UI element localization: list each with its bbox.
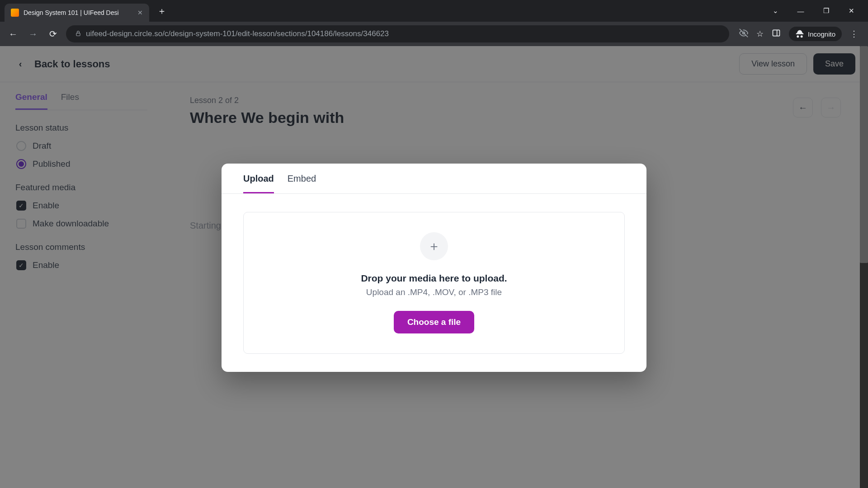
browser-toolbar: ← → ⟳ uifeed-design.circle.so/c/design-s… [0, 22, 868, 46]
favicon-icon [11, 9, 19, 17]
toolbar-right-icons: ☆ Incognito ⋮ [736, 27, 862, 41]
incognito-badge[interactable]: Incognito [789, 27, 842, 41]
modal-tab-embed[interactable]: Embed [288, 174, 316, 193]
address-bar[interactable]: uifeed-design.circle.so/c/design-system-… [66, 25, 729, 42]
back-icon[interactable]: ← [6, 29, 20, 39]
window-controls: ⌄ ― ❐ ✕ [769, 4, 868, 18]
dropzone[interactable]: ＋ Drop your media here to upload. Upload… [243, 212, 625, 354]
close-window-icon[interactable]: ✕ [844, 4, 858, 18]
modal-tab-upload[interactable]: Upload [243, 174, 274, 193]
url-text: uifeed-design.circle.so/c/design-system-… [86, 29, 389, 38]
svg-rect-0 [76, 33, 80, 36]
upload-modal: Upload Embed ＋ Drop your media here to u… [222, 164, 646, 372]
minimize-icon[interactable]: ― [794, 4, 807, 18]
app-viewport: ‹ Back to lessons View lesson Save Gener… [0, 46, 868, 488]
browser-tab-strip: Design System 101 | UIFeed Desi ✕ ＋ ⌄ ― … [0, 0, 868, 22]
drop-subtitle: Upload an .MP4, .MOV, or .MP3 file [253, 287, 615, 297]
tab-title: Design System 101 | UIFeed Desi [24, 9, 133, 16]
bookmark-star-icon[interactable]: ☆ [756, 29, 764, 39]
plus-icon[interactable]: ＋ [420, 232, 448, 260]
svg-rect-2 [773, 30, 780, 36]
maximize-icon[interactable]: ❐ [819, 4, 833, 18]
choose-file-button[interactable]: Choose a file [394, 311, 474, 333]
modal-tabs: Upload Embed [222, 164, 646, 194]
lock-icon [75, 30, 81, 38]
vertical-scrollbar[interactable] [860, 46, 868, 488]
kebab-menu-icon[interactable]: ⋮ [850, 29, 858, 39]
new-tab-button[interactable]: ＋ [156, 5, 168, 17]
eye-off-icon[interactable] [739, 28, 748, 40]
scroll-thumb[interactable] [860, 46, 868, 263]
close-tab-icon[interactable]: ✕ [137, 9, 143, 16]
incognito-label: Incognito [808, 30, 835, 38]
reload-icon[interactable]: ⟳ [46, 28, 60, 39]
tab-search-icon[interactable]: ⌄ [769, 4, 782, 18]
side-panel-icon[interactable] [772, 28, 781, 40]
forward-icon[interactable]: → [26, 29, 40, 39]
browser-tab[interactable]: Design System 101 | UIFeed Desi ✕ [5, 4, 149, 22]
drop-title: Drop your media here to upload. [253, 273, 615, 284]
